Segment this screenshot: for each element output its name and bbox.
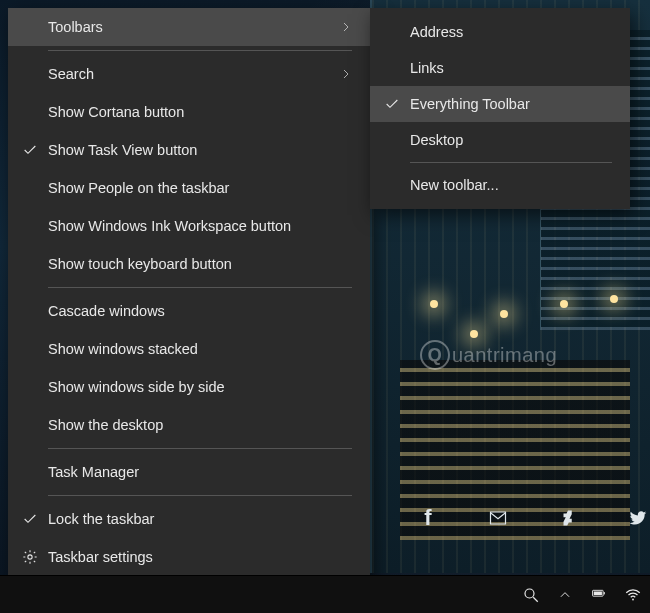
menu-item-label: Everything Toolbar [410,96,530,112]
taskbar[interactable] [0,575,650,613]
menu-item-label: Show the desktop [48,417,352,433]
menu-separator [410,162,612,163]
menu-item-label: Show Cortana button [48,104,352,120]
menu-separator [48,448,352,449]
menu-separator [48,495,352,496]
menu-item-address[interactable]: Address [370,14,630,50]
menu-item-show-windows-ink-workspace-button[interactable]: Show Windows Ink Workspace button [8,207,370,245]
wallpaper-light [500,310,508,318]
check-icon [384,96,400,112]
toolbars-submenu[interactable]: AddressLinksEverything ToolbarDesktopNew… [370,8,630,209]
check-icon [22,511,38,527]
menu-item-show-touch-keyboard-button[interactable]: Show touch keyboard button [8,245,370,283]
menu-item-label: Links [410,60,444,76]
menu-item-label: Show Task View button [48,142,352,158]
menu-item-label: Show People on the taskbar [48,180,352,196]
gmail-icon[interactable] [485,505,511,531]
wifi-icon[interactable] [624,586,642,604]
menu-item-show-windows-side-by-side[interactable]: Show windows side by side [8,368,370,406]
chevron-right-icon [340,21,352,33]
menu-item-search[interactable]: Search [8,55,370,93]
menu-item-label: Show windows side by side [48,379,352,395]
menu-item-label: Task Manager [48,464,352,480]
menu-item-show-cortana-button[interactable]: Show Cortana button [8,93,370,131]
taskbar-context-menu[interactable]: ToolbarsSearchShow Cortana buttonShow Ta… [8,8,370,582]
watermark-q-icon: Q [420,340,450,370]
menu-item-label: Show touch keyboard button [48,256,352,272]
menu-item-toolbars[interactable]: Toolbars [8,8,370,46]
svg-rect-4 [594,591,602,595]
wallpaper-light [430,300,438,308]
wallpaper-light [610,295,618,303]
svg-rect-3 [604,592,605,594]
watermark-text: uantrimang [452,344,557,367]
menu-separator [48,50,352,51]
menu-item-label: Desktop [410,132,463,148]
menu-item-label: Show windows stacked [48,341,352,357]
check-icon [22,142,38,158]
svg-point-5 [632,598,634,600]
menu-separator [48,287,352,288]
menu-item-show-task-view-button[interactable]: Show Task View button [8,131,370,169]
wallpaper-light [470,330,478,338]
menu-item-label: Show Windows Ink Workspace button [48,218,352,234]
tray-chevron-up-icon[interactable] [556,586,574,604]
facebook-icon[interactable]: f [415,505,441,531]
menu-item-new-toolbar[interactable]: New toolbar... [370,167,630,203]
gear-icon [22,549,38,565]
wallpaper-light [560,300,568,308]
search-icon[interactable] [522,586,540,604]
menu-item-task-manager[interactable]: Task Manager [8,453,370,491]
deviantart-icon[interactable] [555,505,581,531]
menu-item-links[interactable]: Links [370,50,630,86]
menu-item-cascade-windows[interactable]: Cascade windows [8,292,370,330]
twitter-icon[interactable] [625,505,650,531]
battery-icon[interactable] [590,586,608,604]
menu-item-taskbar-settings[interactable]: Taskbar settings [8,538,370,576]
menu-item-everything-toolbar[interactable]: Everything Toolbar [370,86,630,122]
desktop-social-icons: f [415,505,650,531]
svg-point-1 [525,589,534,598]
menu-item-label: Taskbar settings [48,549,352,565]
menu-item-label: Toolbars [48,19,340,35]
menu-item-label: Lock the taskbar [48,511,352,527]
menu-item-label: Search [48,66,340,82]
menu-item-show-people-on-the-taskbar[interactable]: Show People on the taskbar [8,169,370,207]
chevron-right-icon [340,68,352,80]
menu-item-show-the-desktop[interactable]: Show the desktop [8,406,370,444]
watermark: Q uantrimang [420,340,557,370]
svg-point-0 [28,555,32,559]
menu-item-label: Cascade windows [48,303,352,319]
menu-item-desktop[interactable]: Desktop [370,122,630,158]
menu-item-lock-the-taskbar[interactable]: Lock the taskbar [8,500,370,538]
menu-item-label: New toolbar... [410,177,499,193]
menu-item-label: Address [410,24,463,40]
menu-item-show-windows-stacked[interactable]: Show windows stacked [8,330,370,368]
